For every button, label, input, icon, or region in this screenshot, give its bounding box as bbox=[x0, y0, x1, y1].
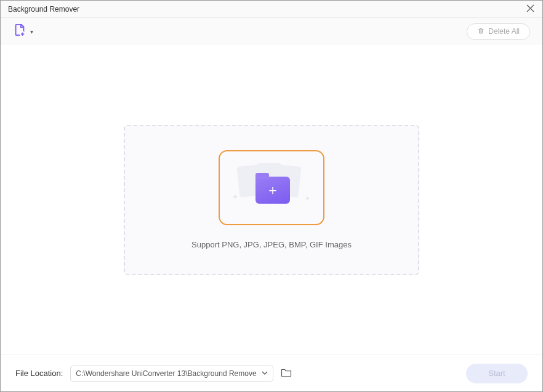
start-label: Start bbox=[488, 369, 505, 378]
file-location-group: File Location: C:\Wondershare UniConvert… bbox=[15, 366, 292, 382]
file-location-label: File Location: bbox=[15, 369, 63, 378]
title-bar: Background Remover bbox=[1, 1, 542, 18]
delete-all-label: Delete All bbox=[488, 27, 520, 36]
delete-all-button[interactable]: Delete All bbox=[467, 23, 530, 40]
start-button[interactable]: Start bbox=[466, 364, 528, 383]
file-location-select[interactable]: C:\Wondershare UniConverter 13\Backgroun… bbox=[70, 366, 273, 382]
browse-folder-button[interactable] bbox=[281, 367, 292, 380]
main-area: ✦ ✦ ＋ Support PNG, JPG, JPEG, BMP, GIF I… bbox=[1, 45, 542, 354]
folder-icon bbox=[281, 367, 292, 380]
trash-icon bbox=[477, 27, 485, 36]
add-files-box[interactable]: ✦ ✦ ＋ bbox=[219, 150, 324, 225]
supported-formats-text: Support PNG, JPG, JPEG, BMP, GIF Images bbox=[191, 240, 352, 249]
file-location-path: C:\Wondershare UniConverter 13\Backgroun… bbox=[76, 369, 259, 378]
folder-plus-icon: ＋ bbox=[255, 177, 290, 204]
chevron-down-icon bbox=[262, 369, 268, 378]
drop-zone[interactable]: ✦ ✦ ＋ Support PNG, JPG, JPEG, BMP, GIF I… bbox=[124, 125, 419, 275]
add-file-button[interactable]: ▾ bbox=[13, 23, 33, 39]
add-file-icon bbox=[13, 23, 26, 39]
close-button[interactable] bbox=[521, 1, 539, 18]
bottom-bar: File Location: C:\Wondershare UniConvert… bbox=[1, 354, 542, 391]
close-icon bbox=[526, 4, 534, 15]
folder-plus-illustration: ✦ ✦ ＋ bbox=[235, 163, 308, 212]
window-title: Background Remover bbox=[8, 5, 79, 14]
toolbar: ▾ Delete All bbox=[1, 18, 542, 45]
chevron-down-icon: ▾ bbox=[30, 28, 33, 35]
